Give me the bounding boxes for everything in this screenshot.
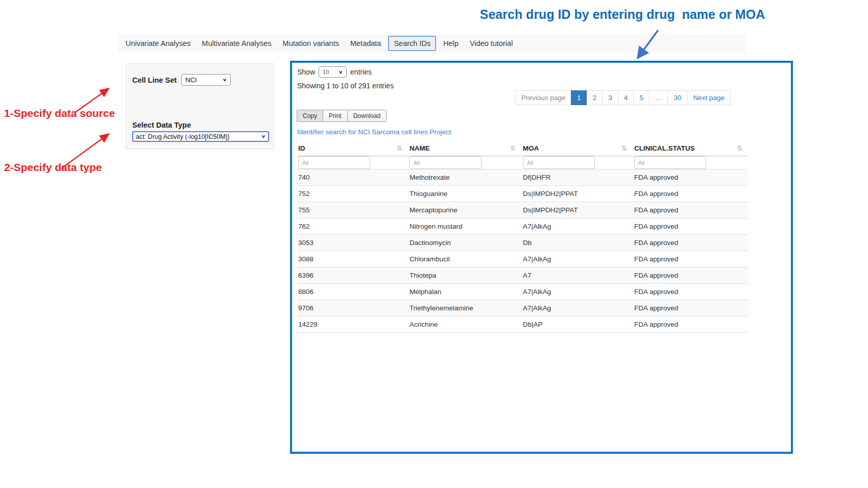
next-page-button[interactable]: Next page	[687, 90, 731, 105]
page-length-value: 10	[323, 69, 329, 75]
filter-name-input[interactable]	[409, 156, 481, 169]
cell-status: FDA approved	[633, 186, 749, 202]
table-info-text: Showing 1 to 10 of 291 entries	[297, 82, 394, 90]
table-row[interactable]: 752 Thioguanine Ds|IMPDH2|PPAT FDA appro…	[297, 186, 749, 202]
cell-name: Methotrexate	[408, 169, 522, 186]
download-button[interactable]: Download	[347, 110, 387, 122]
print-button[interactable]: Print	[323, 110, 348, 122]
cell-moa: Ds|IMPDH2|PPAT	[522, 186, 633, 202]
cell-line-set-value: NCI	[185, 76, 197, 84]
cell-name: Chlorambucil	[408, 251, 522, 267]
table-row[interactable]: 3053 Dactinomycin Db FDA approved	[297, 235, 749, 251]
cell-status: FDA approved	[633, 267, 749, 284]
cell-line-set-label: Cell Line Set	[132, 76, 177, 84]
cell-moa: Db	[522, 235, 633, 251]
cell-id: 755	[297, 202, 408, 218]
data-type-label: Select Data Type	[132, 121, 191, 129]
cell-id: 3053	[297, 235, 408, 251]
cell-status: FDA approved	[633, 300, 749, 316]
page-length-control: Show 10 ∨ entries	[297, 66, 372, 78]
cell-moa: A7|AlkAg	[522, 284, 633, 300]
cell-moa: Ds|IMPDH2|PPAT	[522, 202, 633, 218]
annotation-title: Search drug ID by entering drug name or …	[474, 7, 771, 22]
cell-moa: A7|AlkAg	[522, 300, 633, 316]
chevron-down-icon: ∨	[261, 134, 266, 139]
table-row[interactable]: 6396 Thiotepa A7 FDA approved	[297, 267, 749, 284]
column-header-label: NAME	[409, 144, 430, 152]
page-button-2[interactable]: 2	[587, 90, 603, 105]
cell-name: Thiotepa	[408, 267, 522, 284]
nav-univariate-analyses[interactable]: Univariate Analyses	[120, 39, 196, 47]
column-header-name[interactable]: ⇅NAME	[408, 140, 522, 156]
pagination: Previous page 1 2 3 4 5 … 30 Next page	[516, 90, 731, 105]
filter-clinical-status-input[interactable]	[634, 156, 706, 169]
show-label: Show	[297, 68, 315, 76]
sort-icon: ⇅	[397, 144, 402, 152]
cell-status: FDA approved	[633, 169, 749, 186]
cell-id: 9706	[297, 300, 408, 316]
cell-id: 740	[297, 169, 408, 186]
cell-line-set-select[interactable]: NCI ∨	[181, 74, 231, 86]
nav-multivariate-analyses[interactable]: Multivariate Analyses	[196, 39, 277, 47]
annotation-step2: 2-Specify data type	[4, 161, 102, 174]
column-header-id[interactable]: ⇅ID	[297, 140, 408, 156]
data-source-panel: Cell Line Set NCI ∨ Select Data Type act…	[126, 63, 274, 149]
page-ellipsis: …	[649, 90, 668, 105]
page-button-30[interactable]: 30	[667, 90, 687, 105]
cell-name: Mercaptopurine	[408, 202, 522, 218]
cell-status: FDA approved	[633, 202, 749, 218]
cell-status: FDA approved	[633, 218, 749, 235]
filter-id-input[interactable]	[298, 156, 370, 169]
copy-button[interactable]: Copy	[297, 110, 323, 122]
cell-id: 14229	[297, 316, 408, 333]
filter-moa-input[interactable]	[523, 156, 595, 169]
table-row[interactable]: 9706 Triethylenemelamine A7|AlkAg FDA ap…	[297, 300, 749, 316]
cell-moa: A7|AlkAg	[522, 218, 633, 235]
page-button-1[interactable]: 1	[571, 90, 587, 105]
column-header-moa[interactable]: ⇅MOA	[522, 140, 633, 156]
table-row[interactable]: 755 Mercaptopurine Ds|IMPDH2|PPAT FDA ap…	[297, 202, 749, 218]
previous-page-button[interactable]: Previous page	[515, 90, 571, 105]
column-header-label: CLINICAL.STATUS	[634, 144, 695, 152]
cell-name: Triethylenemelamine	[408, 300, 522, 316]
table-row[interactable]: 14229 Acrichine Db|AP FDA approved	[297, 316, 749, 333]
sort-icon: ⇅	[621, 144, 627, 152]
data-type-select[interactable]: act: Drug Activity (-log10[IC50M]) ∨	[132, 131, 269, 142]
table-row[interactable]: 762 Nitrogen mustard A7|AlkAg FDA approv…	[297, 218, 749, 235]
header-row: ⇅ID ⇅NAME ⇅MOA ⇅CLINICAL.STATUS	[297, 140, 749, 156]
nav-search-ids[interactable]: Search IDs	[388, 36, 436, 51]
cell-status: FDA approved	[633, 284, 749, 300]
page-button-5[interactable]: 5	[633, 90, 649, 105]
column-header-clinical-status[interactable]: ⇅CLINICAL.STATUS	[633, 140, 749, 156]
filter-row	[297, 156, 749, 169]
cell-name: Thioguanine	[408, 186, 522, 202]
nav-help[interactable]: Help	[438, 39, 464, 47]
nav-metadata[interactable]: Metadata	[345, 39, 387, 47]
export-buttons: Copy Print Download	[297, 110, 387, 122]
cell-status: FDA approved	[633, 316, 749, 333]
cell-moa: A7|AlkAg	[522, 251, 633, 267]
nav-video-tutorial[interactable]: Video tutorial	[464, 39, 518, 47]
cell-id: 8806	[297, 284, 408, 300]
page-button-3[interactable]: 3	[602, 90, 618, 105]
table-row[interactable]: 3088 Chlorambucil A7|AlkAg FDA approved	[297, 251, 749, 267]
table-row[interactable]: 8806 Melphalan A7|AlkAg FDA approved	[297, 284, 749, 300]
identifier-search-link[interactable]: Identifier search for NCI Sarcoma cell l…	[297, 128, 451, 136]
cell-status: FDA approved	[633, 251, 749, 267]
cell-name: Melphalan	[408, 284, 522, 300]
sort-icon: ⇅	[737, 144, 742, 152]
annotation-step1: 1-Specify data source	[4, 107, 115, 119]
chevron-down-icon: ∨	[223, 78, 227, 83]
drug-id-table: ⇅ID ⇅NAME ⇅MOA ⇅CLINICAL.STATUS 740 Meth…	[297, 140, 749, 333]
page-length-select[interactable]: 10 ∨	[319, 66, 347, 78]
top-navbar: Univariate Analyses Multivariate Analyse…	[118, 34, 745, 53]
page-button-4[interactable]: 4	[618, 90, 634, 105]
cell-id: 3088	[297, 251, 408, 267]
cell-moa: A7	[522, 267, 633, 284]
nav-mutation-variants[interactable]: Mutation variants	[277, 39, 345, 47]
column-header-label: ID	[298, 144, 305, 152]
data-type-value: act: Drug Activity (-log10[IC50M])	[136, 133, 229, 140]
sort-icon: ⇅	[510, 144, 516, 152]
table-row[interactable]: 740 Methotrexate Df|DHFR FDA approved	[297, 169, 749, 186]
cell-id: 6396	[297, 267, 408, 284]
